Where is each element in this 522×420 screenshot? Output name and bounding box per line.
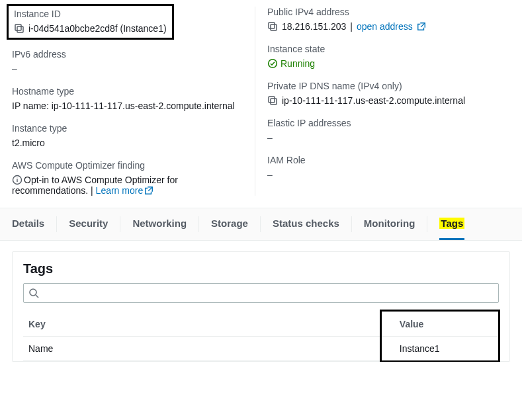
field-private-dns: Private IP DNS name (IPv4 only) ip-10-11…	[267, 81, 510, 106]
external-link-icon	[417, 22, 426, 31]
svg-rect-1	[15, 24, 21, 30]
hostname-type-value: IP name: ip-10-111-11-117.us-east-2.comp…	[12, 101, 255, 111]
field-public-ip: Public IPv4 address 18.216.151.203 | ope…	[267, 7, 510, 32]
iam-role-value: –	[267, 169, 510, 180]
tags-heading: Tags	[23, 261, 499, 276]
tab-tags[interactable]: Tags	[439, 208, 464, 240]
svg-rect-5	[271, 24, 277, 30]
field-compute-optimizer: AWS Compute Optimizer finding Opt-in to …	[12, 160, 255, 196]
instance-id-highlight-box: Instance ID i-04d541a0bcbe2cd8f (Instanc…	[7, 4, 174, 40]
instance-type-value: t2.micro	[12, 138, 255, 148]
copy-icon[interactable]	[267, 95, 278, 106]
tag-key-cell: Name	[23, 337, 394, 361]
instance-id-value: i-04d541a0bcbe2cd8f (Instance1)	[28, 23, 167, 34]
summary-left-column: Instance ID i-04d541a0bcbe2cd8f (Instanc…	[12, 7, 255, 196]
svg-rect-8	[271, 99, 277, 105]
field-iam-role: IAM Role –	[267, 155, 510, 180]
ipv6-value: –	[12, 63, 255, 74]
tab-security[interactable]: Security	[69, 208, 108, 240]
status-running-icon	[267, 58, 278, 69]
compute-optimizer-label: AWS Compute Optimizer finding	[12, 160, 255, 171]
external-link-icon	[144, 186, 153, 195]
column-header-key[interactable]: Key	[23, 312, 394, 337]
private-dns-value: ip-10-111-11-117.us-east-2.compute.inter…	[282, 95, 465, 106]
svg-rect-9	[269, 97, 275, 103]
eip-label: Elastic IP addresses	[267, 118, 510, 128]
tags-search-input[interactable]	[23, 283, 499, 303]
svg-line-11	[36, 295, 38, 298]
instance-type-label: Instance type	[12, 123, 255, 134]
learn-more-link[interactable]: Learn more	[96, 185, 154, 196]
field-eip: Elastic IP addresses –	[267, 118, 510, 143]
private-dns-label: Private IP DNS name (IPv4 only)	[267, 81, 510, 91]
instance-state-label: Instance state	[267, 44, 510, 54]
instance-id-label: Instance ID	[14, 9, 167, 19]
svg-point-4	[17, 177, 17, 178]
search-icon	[28, 288, 39, 298]
table-header-row: Key Value	[23, 312, 499, 337]
svg-rect-0	[17, 26, 23, 32]
summary-right-column: Public IPv4 address 18.216.151.203 | ope…	[255, 7, 510, 196]
svg-point-10	[30, 289, 36, 296]
tab-storage[interactable]: Storage	[211, 208, 248, 240]
tab-monitoring[interactable]: Monitoring	[364, 208, 415, 240]
public-ip-sep: |	[350, 21, 353, 32]
copy-icon[interactable]	[14, 23, 24, 34]
eip-value: –	[267, 132, 510, 143]
field-instance-type: Instance type t2.micro	[12, 123, 255, 148]
field-instance-state: Instance state Running	[267, 44, 510, 69]
field-instance-id: Instance ID i-04d541a0bcbe2cd8f (Instanc…	[12, 7, 255, 37]
public-ip-value: 18.216.151.203	[282, 21, 346, 32]
public-ip-label: Public IPv4 address	[267, 7, 510, 17]
hostname-type-label: Hostname type	[12, 86, 255, 97]
open-address-link[interactable]: open address	[357, 21, 426, 32]
tags-table: Key Value Name Instance1	[23, 312, 499, 361]
tags-panel: Tags Key Value Name Instance1	[12, 251, 510, 362]
ipv6-label: IPv6 address	[12, 49, 255, 60]
copy-icon[interactable]	[267, 21, 278, 32]
field-hostname-type: Hostname type IP name: ip-10-111-11-117.…	[12, 86, 255, 111]
instance-state-value: Running	[281, 58, 315, 69]
info-icon	[12, 175, 22, 185]
instance-summary: Instance ID i-04d541a0bcbe2cd8f (Instanc…	[0, 0, 522, 208]
table-row: Name Instance1	[23, 337, 499, 361]
tab-details[interactable]: Details	[12, 208, 44, 240]
column-header-value[interactable]: Value	[394, 312, 499, 337]
svg-rect-6	[269, 22, 275, 28]
tag-value-cell: Instance1	[394, 337, 499, 361]
iam-role-label: IAM Role	[267, 155, 510, 165]
field-ipv6: IPv6 address –	[12, 49, 255, 74]
tab-networking[interactable]: Networking	[132, 208, 187, 240]
tabs-bar: Details Security Networking Storage Stat…	[0, 208, 522, 241]
tab-status-checks[interactable]: Status checks	[273, 208, 339, 240]
